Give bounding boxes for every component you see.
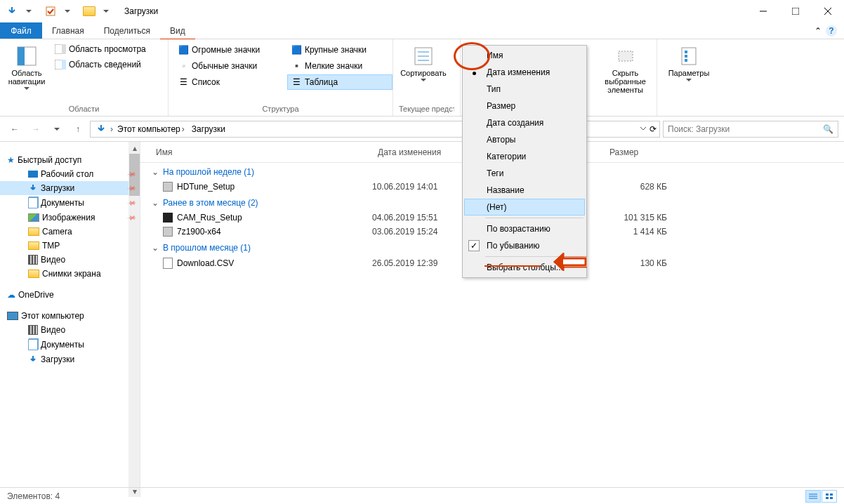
sort-by-button[interactable]: Сортировать xyxy=(399,42,448,84)
sidebar-this-pc[interactable]: Этот компьютер xyxy=(0,309,140,323)
minimize-button[interactable] xyxy=(747,1,779,22)
view-medium-icons[interactable]: ▫️Обычные значки xyxy=(174,58,286,74)
chevron-right-icon[interactable]: › xyxy=(110,124,113,134)
sidebar-onedrive[interactable]: ☁OneDrive xyxy=(0,288,140,302)
options-button[interactable]: Параметры xyxy=(663,42,715,84)
svg-rect-24 xyxy=(826,493,829,496)
menu-item-authors[interactable]: Авторы xyxy=(464,131,585,148)
address-dropdown-icon[interactable] xyxy=(640,124,647,134)
svg-rect-8 xyxy=(62,44,66,54)
tab-home[interactable]: Главная xyxy=(42,22,94,39)
breadcrumb-this-pc[interactable]: Этот компьютер› xyxy=(114,124,187,134)
sidebar-tmp[interactable]: TMP xyxy=(0,239,140,253)
sidebar-downloads2[interactable]: Загрузки xyxy=(0,352,140,366)
menu-item-tags[interactable]: Теги xyxy=(464,165,585,182)
thumbnails-view-toggle[interactable] xyxy=(822,490,837,503)
sidebar-scrollbar[interactable]: ▴ ▾ xyxy=(128,142,140,497)
search-icon: 🔍 xyxy=(823,124,833,134)
menu-item-title[interactable]: Название xyxy=(464,182,585,199)
annotation-underline xyxy=(484,265,541,267)
qa-dropdown-icon[interactable] xyxy=(21,4,37,19)
statusbar: Элементов: 4 xyxy=(0,487,844,504)
maximize-button[interactable] xyxy=(779,1,812,22)
ribbon-tabs: Файл Главная Поделиться Вид ⌃ ? xyxy=(0,22,844,39)
breadcrumb-current[interactable]: Загрузки xyxy=(189,124,228,134)
up-button[interactable]: ↑ xyxy=(69,120,87,138)
ribbon-group-options: Параметры xyxy=(657,39,720,116)
preview-pane-label: Область просмотра xyxy=(69,44,146,54)
column-header-size[interactable]: Размер xyxy=(604,145,688,160)
back-button[interactable]: ← xyxy=(6,120,24,138)
details-view-toggle[interactable] xyxy=(805,490,821,503)
menu-item-date-modified[interactable]: Дата изменения xyxy=(464,64,585,81)
sidebar-camera[interactable]: Camera xyxy=(0,225,140,239)
addressbar: ← → ↑ › Этот компьютер› Загрузки ⟳ Поиск… xyxy=(0,117,844,142)
details-pane-button[interactable]: Область сведений xyxy=(52,58,149,72)
column-header-name[interactable]: Имя xyxy=(140,145,372,160)
menu-item-descending[interactable]: ✓По убыванию xyxy=(464,237,585,254)
properties-checkbox-icon[interactable] xyxy=(43,4,58,19)
tab-file[interactable]: Файл xyxy=(0,22,42,39)
svg-rect-18 xyxy=(685,55,687,58)
view-list[interactable]: ☰Список xyxy=(174,74,286,90)
qa-dropdown2-icon[interactable] xyxy=(60,4,75,19)
search-box[interactable]: Поиск: Загрузки 🔍 xyxy=(663,121,838,138)
menu-separator xyxy=(485,256,583,257)
preview-pane-button[interactable]: Область просмотра xyxy=(52,42,149,56)
menu-item-choose-columns[interactable]: Выбрать столбцы... xyxy=(464,259,585,276)
checkmark-icon: ✓ xyxy=(468,240,480,251)
titlebar: Загрузки xyxy=(0,0,844,22)
sidebar-quick-access[interactable]: ★Быстрый доступ xyxy=(0,153,140,167)
sidebar-desktop[interactable]: Рабочий стол xyxy=(0,167,140,181)
location-arrow-icon xyxy=(93,121,109,137)
menu-item-date-created[interactable]: Дата создания xyxy=(464,114,585,131)
sidebar-downloads[interactable]: Загрузки xyxy=(0,181,140,195)
ribbon-group-panes: Область навигации Область просмотра Обла… xyxy=(0,39,169,116)
ribbon-right-controls: ⌃ ? xyxy=(815,22,837,39)
menu-item-categories[interactable]: Категории xyxy=(464,148,585,165)
close-button[interactable] xyxy=(812,1,844,22)
sidebar-documents2[interactable]: Документы xyxy=(0,337,140,352)
view-details[interactable]: ☰Таблица xyxy=(287,74,393,90)
menu-item-none[interactable]: (Нет) xyxy=(464,199,585,215)
sidebar-videos[interactable]: Видео xyxy=(0,253,140,267)
collapse-ribbon-icon[interactable]: ⌃ xyxy=(815,26,822,36)
window-title: Загрузки xyxy=(124,6,158,16)
navigation-pane-button[interactable]: Область навигации xyxy=(6,42,48,93)
qa-dropdown3-icon[interactable] xyxy=(98,4,114,19)
hide-selected-button[interactable]: Скрыть выбранные элементы xyxy=(600,42,651,97)
svg-rect-27 xyxy=(830,497,833,499)
help-icon[interactable]: ? xyxy=(826,25,837,37)
svg-rect-26 xyxy=(826,497,829,499)
file-icon xyxy=(163,258,173,269)
bullet-icon xyxy=(473,72,476,75)
menu-item-ascending[interactable]: По возрастанию xyxy=(464,220,585,237)
dropdown-icon xyxy=(421,79,426,81)
menu-item-type[interactable]: Тип xyxy=(464,81,585,98)
view-extra-large-icons[interactable]: 🟦Огромные значки xyxy=(174,42,286,58)
sidebar: ▴ ▾ ★Быстрый доступ Рабочий стол Загрузк… xyxy=(0,142,140,497)
svg-rect-10 xyxy=(62,60,66,69)
sidebar-pictures[interactable]: Изображения xyxy=(0,211,140,225)
ribbon-group-layout: 🟦Огромные значки 🟦Крупные значки ▫️Обычн… xyxy=(169,39,393,116)
view-large-icons[interactable]: 🟦Крупные значки xyxy=(287,42,393,58)
folder-icon xyxy=(81,4,97,19)
svg-rect-16 xyxy=(682,48,696,65)
group-by-menu: Имя Дата изменения Тип Размер Дата созда… xyxy=(462,45,587,278)
forward-button[interactable]: → xyxy=(27,120,45,138)
view-small-icons[interactable]: ▪️Мелкие значки xyxy=(287,58,393,74)
menu-item-size[interactable]: Размер xyxy=(464,98,585,114)
app-icon xyxy=(163,213,173,223)
refresh-icon[interactable]: ⟳ xyxy=(650,124,657,134)
download-arrow-icon[interactable] xyxy=(4,4,20,19)
sidebar-videos2[interactable]: Видео xyxy=(0,323,140,337)
tab-share[interactable]: Поделиться xyxy=(94,22,160,39)
tab-view[interactable]: Вид xyxy=(160,22,195,39)
sidebar-screenshots[interactable]: Снимки экрана xyxy=(0,267,140,281)
quick-access-toolbar: Загрузки xyxy=(4,4,158,19)
svg-rect-2 xyxy=(792,8,799,15)
svg-rect-17 xyxy=(685,51,687,53)
menu-item-name[interactable]: Имя xyxy=(464,47,585,64)
sidebar-documents[interactable]: Документы xyxy=(0,195,140,211)
recent-locations-button[interactable] xyxy=(48,120,66,138)
